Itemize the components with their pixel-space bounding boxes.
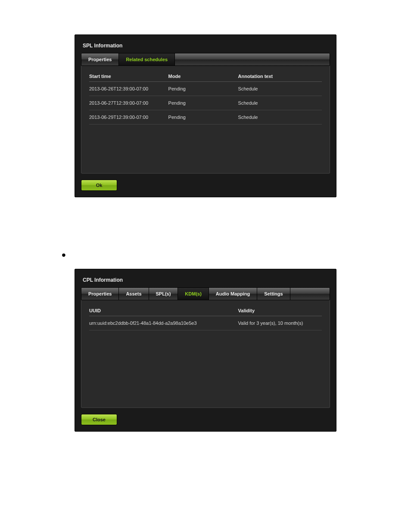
cpl-tab-content: UUID Validity urn:uuid:ebc2ddbb-0f21-48a… — [81, 300, 330, 408]
tab-label: Related schedules — [126, 57, 168, 62]
cell-validity: Valid for 3 year(s), 10 month(s) — [238, 320, 322, 326]
cpl-panel-title: CPL Information — [83, 277, 328, 283]
tab-label: Properties — [88, 291, 112, 296]
tab-label: SPL(s) — [156, 291, 171, 296]
cpl-button-row: Close — [81, 414, 330, 425]
tab-settings[interactable]: Settings — [257, 288, 290, 300]
tab-label: Properties — [88, 57, 112, 62]
tab-kdms[interactable]: KDM(s) — [178, 288, 209, 300]
bullet-marker: • — [62, 249, 324, 261]
spl-information-panel: SPL Information Properties Related sched… — [75, 34, 336, 197]
spl-table-header: Start time Mode Annotation text — [89, 71, 322, 82]
tab-properties[interactable]: Properties — [81, 53, 119, 65]
ok-button[interactable]: Ok — [81, 180, 117, 191]
tab-bar-spacer — [175, 53, 330, 65]
cell-start-time: 2013-06-29T12:39:00-07:00 — [89, 115, 168, 120]
table-row[interactable]: 2013-06-26T12:39:00-07:00 Pending Schedu… — [89, 82, 322, 96]
col-uuid: UUID — [89, 308, 238, 313]
spl-tab-content: Start time Mode Annotation text 2013-06-… — [81, 66, 330, 174]
cell-mode: Pending — [168, 100, 238, 106]
tab-related-schedules[interactable]: Related schedules — [119, 53, 175, 65]
table-row[interactable]: 2013-06-27T12:39:00-07:00 Pending Schedu… — [89, 96, 322, 110]
col-mode: Mode — [168, 74, 238, 79]
cpl-information-panel: CPL Information Properties Assets SPL(s)… — [75, 269, 336, 432]
cpl-table-header: UUID Validity — [89, 305, 322, 316]
cell-start-time: 2013-06-26T12:39:00-07:00 — [89, 86, 168, 91]
cell-mode: Pending — [168, 115, 238, 120]
tab-label: Assets — [126, 291, 141, 296]
cpl-tab-bar: Properties Assets SPL(s) KDM(s) Audio Ma… — [81, 287, 330, 300]
table-row[interactable]: urn:uuid:ebc2ddbb-0f21-48a1-84dd-a2a98a1… — [89, 316, 322, 330]
tab-label: Audio Mapping — [216, 291, 250, 296]
table-row[interactable]: 2013-06-29T12:39:00-07:00 Pending Schedu… — [89, 110, 322, 124]
cell-annotation: Schedule — [238, 86, 322, 91]
tab-label: KDM(s) — [185, 291, 202, 296]
spl-button-row: Ok — [81, 180, 330, 191]
tab-spls[interactable]: SPL(s) — [149, 288, 178, 300]
cell-annotation: Schedule — [238, 100, 322, 106]
tab-bar-spacer — [290, 288, 330, 300]
tab-audio-mapping[interactable]: Audio Mapping — [209, 288, 257, 300]
col-annotation: Annotation text — [238, 74, 322, 79]
spl-panel-title: SPL Information — [83, 43, 328, 49]
tab-assets[interactable]: Assets — [119, 288, 149, 300]
close-button[interactable]: Close — [81, 414, 117, 425]
col-validity: Validity — [238, 308, 322, 313]
cell-mode: Pending — [168, 86, 238, 91]
cell-uuid: urn:uuid:ebc2ddbb-0f21-48a1-84dd-a2a98a1… — [89, 320, 238, 326]
tab-label: Settings — [264, 291, 283, 296]
cell-annotation: Schedule — [238, 115, 322, 120]
cell-start-time: 2013-06-27T12:39:00-07:00 — [89, 100, 168, 106]
col-start-time: Start time — [89, 74, 168, 79]
spl-tab-bar: Properties Related schedules — [81, 53, 330, 66]
tab-properties[interactable]: Properties — [81, 288, 119, 300]
